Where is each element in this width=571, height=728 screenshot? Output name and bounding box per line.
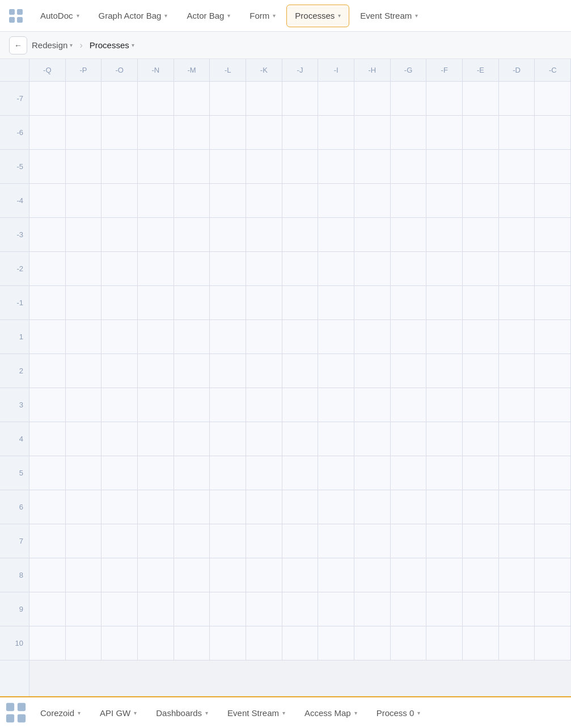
- nav-tab-label-event-stream: Event Stream: [360, 11, 412, 20]
- grid-cell: [318, 82, 354, 115]
- grid-cell: [246, 218, 282, 251]
- grid-row: [29, 422, 571, 456]
- bottom-tab-process-0[interactable]: Process 0▾: [368, 701, 429, 724]
- row-label-9: 9: [0, 592, 29, 626]
- bottom-tab-dashboards[interactable]: Dashboards▾: [147, 701, 217, 724]
- nav-tab-graph-actor-bag[interactable]: Graph Actor Bag▾: [90, 5, 176, 27]
- grid-cell: [535, 218, 571, 251]
- grid-cell: [499, 456, 535, 490]
- grid-cell: [66, 184, 102, 217]
- grid-cell: [318, 490, 354, 524]
- col-header--O: -O: [101, 59, 138, 81]
- col-header--H: -H: [354, 59, 391, 81]
- col-header--N: -N: [138, 59, 174, 81]
- grid-cell: [282, 82, 319, 115]
- row-label-header-cell: [0, 59, 29, 82]
- grid-cell: [66, 286, 102, 319]
- grid-cell: [426, 286, 463, 319]
- nav-tab-event-stream[interactable]: Event Stream▾: [352, 5, 426, 27]
- col-header--K: -K: [246, 59, 282, 81]
- grid-cell: [499, 592, 535, 626]
- row-label--6: -6: [0, 116, 29, 150]
- grid-row: [29, 320, 571, 354]
- back-arrow-icon: ←: [14, 41, 22, 50]
- grid-cell: [101, 184, 138, 217]
- grid-cell: [246, 388, 282, 422]
- grid-cell: [426, 82, 463, 115]
- grid-cell: [29, 524, 66, 558]
- row-label-10: 10: [0, 626, 29, 660]
- row-label-7: 7: [0, 524, 29, 558]
- grid-cell: [463, 626, 499, 660]
- grid-cell: [318, 388, 354, 422]
- grid-row: [29, 150, 571, 184]
- nav-tab-form[interactable]: Form▾: [241, 5, 284, 27]
- col-header--F: -F: [426, 59, 463, 81]
- grid-cell: [174, 320, 210, 354]
- grid-cell: [29, 252, 66, 285]
- grid-cell: [101, 388, 138, 422]
- grid-cell: [499, 490, 535, 524]
- grid-cell: [318, 184, 354, 217]
- breadcrumb-current[interactable]: Processes ▾: [90, 40, 134, 50]
- row-label-8: 8: [0, 558, 29, 592]
- grid-cell: [463, 388, 499, 422]
- bottom-tab-event-stream[interactable]: Event Stream▾: [219, 701, 294, 724]
- top-navigation: AutoDoc▾Graph Actor Bag▾Actor Bag▾Form▾P…: [0, 0, 571, 32]
- grid-cell: [174, 422, 210, 456]
- bottom-tab-access-map[interactable]: Access Map▾: [296, 701, 366, 724]
- grid-cell: [391, 422, 427, 456]
- grid-cell: [210, 626, 246, 660]
- grid-cell: [282, 524, 319, 558]
- grid-cell: [354, 354, 391, 388]
- grid-cell: [354, 286, 391, 319]
- grid-cell: [318, 286, 354, 319]
- grid-row: [29, 626, 571, 660]
- grid-cell: [210, 558, 246, 592]
- grid-cell: [354, 116, 391, 149]
- grid-cell: [354, 626, 391, 660]
- grid-cell: [246, 116, 282, 149]
- nav-tab-actor-bag[interactable]: Actor Bag▾: [178, 5, 239, 27]
- bottom-tab-corezoid[interactable]: Corezoid▾: [32, 701, 89, 724]
- grid-cell: [318, 524, 354, 558]
- grid-cell: [138, 82, 174, 115]
- grid-cell: [318, 422, 354, 456]
- grid-cell: [138, 456, 174, 490]
- grid-cell: [463, 184, 499, 217]
- grid-cell: [535, 252, 571, 285]
- nav-tab-label-form: Form: [249, 11, 269, 20]
- grid-cell: [463, 354, 499, 388]
- svg-rect-4: [6, 703, 14, 711]
- back-button[interactable]: ←: [9, 36, 27, 54]
- grid-cell: [535, 490, 571, 524]
- nav-tab-processes[interactable]: Processes▾: [286, 5, 349, 27]
- grid-cell: [246, 524, 282, 558]
- chevron-down-icon: ▾: [273, 12, 276, 19]
- grid-cell: [138, 422, 174, 456]
- chevron-down-icon: ▾: [77, 12, 79, 19]
- grid-cell: [101, 150, 138, 183]
- breadcrumb-parent[interactable]: Redesign ▾: [32, 40, 73, 50]
- svg-rect-5: [18, 703, 26, 711]
- bottom-tab-label-event-stream: Event Stream: [227, 708, 279, 718]
- grid-cell: [29, 82, 66, 115]
- grid-cell: [138, 150, 174, 183]
- svg-rect-3: [17, 17, 23, 23]
- grid-cell: [318, 218, 354, 251]
- grid-cell: [101, 218, 138, 251]
- row-label-3: 3: [0, 388, 29, 422]
- grid-cell: [426, 456, 463, 490]
- grid-cell: [391, 558, 427, 592]
- grid-cell: [66, 456, 102, 490]
- col-header--L: -L: [210, 59, 246, 81]
- nav-tab-autodoc[interactable]: AutoDoc▾: [32, 5, 88, 27]
- grid-cell: [535, 320, 571, 354]
- grid-main: -Q-P-O-N-M-L-K-J-I-H-G-F-E-D-C: [29, 59, 571, 696]
- bottom-tab-api-gw[interactable]: API GW▾: [91, 701, 145, 724]
- grid-cell: [246, 320, 282, 354]
- grid-cell: [354, 592, 391, 626]
- grid-cell: [318, 252, 354, 285]
- grid-cell: [391, 116, 427, 149]
- bottom-tab-label-dashboards: Dashboards: [156, 708, 202, 718]
